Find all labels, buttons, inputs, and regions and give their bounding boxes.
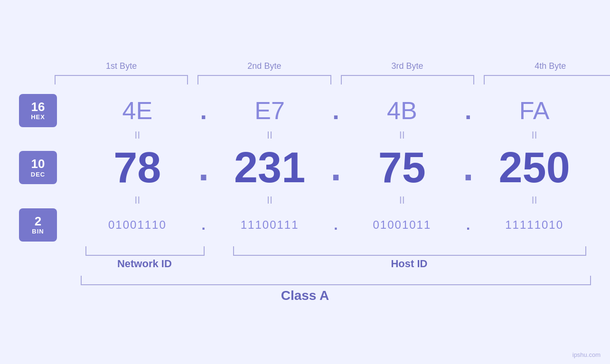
bracket-network <box>85 246 205 256</box>
network-host-labels-row: Network ID Host ID <box>19 258 591 270</box>
dec-dot-2: . <box>327 149 346 187</box>
eq2-2: II <box>213 194 327 206</box>
watermark: ipshu.com <box>572 351 601 358</box>
dot-spacer-bot-1 <box>209 246 228 256</box>
bottom-spacer <box>19 246 81 256</box>
dec-badge-name: DEC <box>31 171 45 178</box>
main-container: 1st Byte 2nd Byte 3rd Byte 4th Byte 16 H… <box>0 0 610 364</box>
bottom-section: Network ID Host ID <box>19 246 591 270</box>
dec-bytes-area: 78 . 231 . 75 . 250 <box>81 143 591 192</box>
bottom-brackets-row <box>19 246 591 256</box>
bin-dot-1: . <box>194 218 213 232</box>
dec-byte-1: 78 <box>81 143 194 192</box>
dec-badge-col: 10 DEC <box>19 151 81 184</box>
hex-badge-name: HEX <box>31 113 45 121</box>
dec-byte-3: 75 <box>346 143 459 192</box>
bin-byte-1: 01001110 <box>81 218 194 232</box>
dec-badge-num: 10 <box>31 157 45 171</box>
bin-byte-3: 01001011 <box>346 218 459 232</box>
dec-badge: 10 DEC <box>19 151 57 184</box>
bracket-top-3 <box>341 75 474 84</box>
dec-byte-2: 231 <box>213 143 327 192</box>
network-id-label: Network ID <box>81 258 208 270</box>
bin-dot-3: . <box>459 218 478 232</box>
eq2-1: II <box>81 194 194 206</box>
dec-dot-1: . <box>194 149 213 187</box>
equals-row-1: II II II II <box>19 129 591 141</box>
eq2-3: II <box>346 194 459 206</box>
bracket-top-1 <box>55 75 188 84</box>
hex-badge-col: 16 HEX <box>19 94 81 127</box>
hex-badge-num: 16 <box>31 100 45 114</box>
eq2-4: II <box>478 194 591 206</box>
host-id-label: Host ID <box>227 258 591 270</box>
byte-labels-row: 1st Byte 2nd Byte 3rd Byte 4th Byte <box>50 61 610 71</box>
class-section: Class A <box>19 276 591 303</box>
bin-badge-num: 2 <box>35 215 41 228</box>
bin-row: 2 BIN 01001110 . 11100111 . 01001011 . <box>19 208 591 242</box>
hex-bytes-area: 4E . E7 . 4B . FA <box>81 96 591 125</box>
dec-row: 10 DEC 78 . 231 . 75 . 250 <box>19 143 591 192</box>
bin-badge-name: BIN <box>32 228 44 235</box>
hex-byte-4: FA <box>478 96 591 125</box>
hex-byte-3: 4B <box>346 96 459 125</box>
hex-row: 16 HEX 4E . E7 . 4B . FA <box>19 94 591 127</box>
byte-label-4: 4th Byte <box>479 61 610 71</box>
bracket-top-2 <box>197 75 331 84</box>
bin-badge: 2 BIN <box>19 208 57 242</box>
bin-dot-2: . <box>327 218 346 232</box>
labels-spacer <box>19 258 81 270</box>
byte-label-3: 3rd Byte <box>336 61 479 71</box>
bin-bytes-area: 01001110 . 11100111 . 01001011 . 1111101… <box>81 218 591 232</box>
hex-byte-1: 4E <box>81 96 194 125</box>
top-brackets-row <box>50 75 610 84</box>
eq1-1: II <box>81 129 194 141</box>
hex-dot-2: . <box>327 98 346 123</box>
dot-spacer-bot-2 <box>208 258 227 270</box>
dec-dot-3: . <box>459 149 478 187</box>
eq1-4: II <box>478 129 591 141</box>
equals-area-2: II II II II <box>81 194 591 206</box>
bracket-host <box>233 246 586 256</box>
bin-byte-2: 11100111 <box>213 218 327 232</box>
bin-byte-4: 11111010 <box>478 218 591 232</box>
hex-dot-3: . <box>459 98 478 123</box>
hex-dot-1: . <box>194 98 213 123</box>
byte-label-1: 1st Byte <box>50 61 193 71</box>
class-bracket <box>81 276 591 285</box>
eq1-2: II <box>213 129 327 141</box>
hex-badge: 16 HEX <box>19 94 57 127</box>
eq1-3: II <box>346 129 459 141</box>
byte-label-2: 2nd Byte <box>193 61 336 71</box>
equals-row-2: II II II II <box>19 194 591 206</box>
bin-badge-col: 2 BIN <box>19 208 81 242</box>
hex-byte-2: E7 <box>213 96 327 125</box>
equals-area-1: II II II II <box>81 129 591 141</box>
bracket-top-4 <box>484 75 610 84</box>
dec-byte-4: 250 <box>478 143 591 192</box>
class-label: Class A <box>281 288 329 303</box>
